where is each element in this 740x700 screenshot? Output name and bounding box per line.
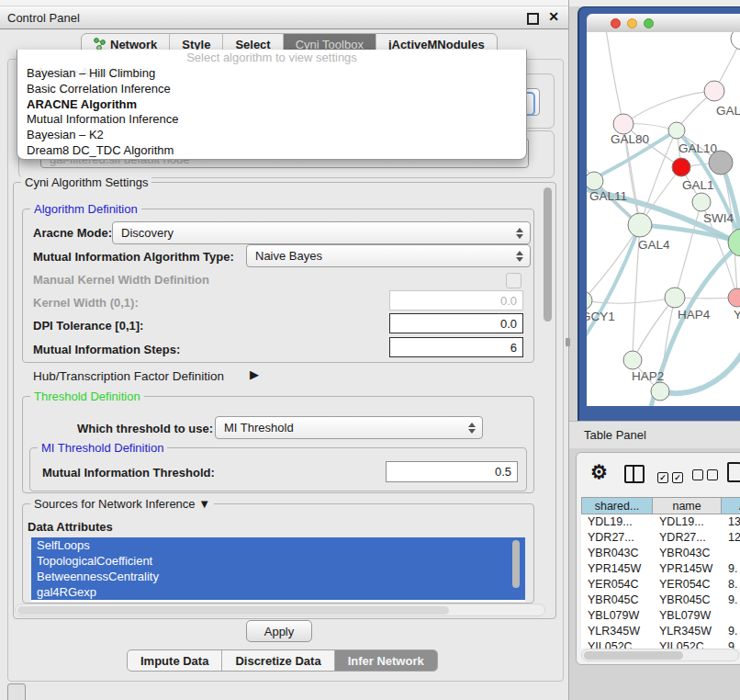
mi-type-combobox[interactable]: Naive Bayes <box>246 244 531 267</box>
network-node-gal10[interactable] <box>668 122 685 139</box>
data-attributes-list[interactable]: SelfLoopsTopologicalCoefficientBetweenne… <box>31 537 525 602</box>
dpi-tolerance-field[interactable]: 0.0 <box>389 313 523 333</box>
network-edge[interactable] <box>605 32 623 124</box>
table-settings-gear-icon[interactable]: ⚙ <box>590 461 608 483</box>
algorithm-option-dream8-dc-tdc-algorithm[interactable]: Dream8 DC_TDC Algorithm <box>17 143 526 159</box>
network-node-gal[interactable] <box>704 81 724 101</box>
network-node-swi4[interactable] <box>692 193 711 211</box>
close-traffic-light-icon[interactable] <box>611 18 621 28</box>
table-cell[interactable]: YDR27... <box>653 530 722 546</box>
table-cell[interactable]: YER054C <box>581 577 653 593</box>
network-window-titlebar[interactable] <box>587 14 740 33</box>
table-cell[interactable]: YBR045C <box>653 593 722 608</box>
network-node-gal4[interactable] <box>628 213 652 237</box>
mi-threshold-field[interactable]: 0.5 <box>386 461 518 482</box>
network-node-gal11[interactable] <box>587 172 603 190</box>
table-row[interactable]: YLR345WYLR345W9. <box>581 624 740 639</box>
table-cell[interactable]: YBR045C <box>581 593 653 608</box>
which-threshold-combobox[interactable]: MI Threshold <box>215 416 483 439</box>
table-cell[interactable]: 9. <box>722 593 740 608</box>
table-row[interactable]: YBR043CYBR043C <box>581 546 740 561</box>
table-row[interactable]: YBL079WYBL079W <box>581 608 740 624</box>
network-node-y[interactable] <box>728 288 740 307</box>
table-cell[interactable]: 9. <box>722 624 740 639</box>
table-horizontal-scrollbar[interactable] <box>581 649 739 661</box>
column-header-shared[interactable]: shared... <box>581 497 653 514</box>
manual-kernel-checkbox[interactable] <box>506 273 521 288</box>
network-node[interactable] <box>651 382 669 401</box>
table-cell[interactable]: YDL19... <box>581 514 653 530</box>
kernel-width-field[interactable]: 0.0 <box>389 290 523 310</box>
restore-icon[interactable] <box>527 13 539 25</box>
table-row[interactable]: YBR045CYBR045C9. <box>581 593 740 608</box>
table-cell[interactable]: YIL052C <box>653 639 722 649</box>
network-edge[interactable] <box>587 225 640 344</box>
network-edge[interactable] <box>587 298 675 303</box>
hub-expand-arrow-icon[interactable]: ▶ <box>250 367 259 381</box>
table-row[interactable]: YDL19...YDL19...13 <box>581 514 740 530</box>
table-row[interactable]: YER054CYER054C8. <box>581 577 740 593</box>
network-edge[interactable] <box>651 243 740 406</box>
minimize-traffic-light-icon[interactable] <box>627 18 637 28</box>
algorithm-option-mutual-information-inference[interactable]: Mutual Information Inference <box>17 112 526 128</box>
table-cell[interactable]: YER054C <box>653 577 722 593</box>
network-node-hap2[interactable] <box>623 351 642 369</box>
deselect-all-checkboxes-icon[interactable] <box>692 468 722 484</box>
table-cell[interactable]: 12 <box>722 530 740 546</box>
table-cell[interactable] <box>722 608 740 624</box>
table-columns-icon[interactable] <box>624 465 645 483</box>
column-header-a[interactable]: A <box>722 497 740 514</box>
table-row[interactable]: YPR145WYPR145W9. <box>581 561 740 577</box>
table-cell[interactable]: YLR345W <box>653 624 722 639</box>
table-row[interactable]: YDR27...YDR27...12 <box>581 530 740 546</box>
network-edge[interactable] <box>623 91 714 124</box>
attribute-betweennesscentrality[interactable]: BetweennessCentrality <box>31 569 525 584</box>
network-node-hap4[interactable] <box>665 288 685 308</box>
network-canvas[interactable]: GALGAL80GAL10GAL1GAL11SWI4GAL4GCY1HAP4YH… <box>587 32 740 406</box>
table-cell[interactable]: YBL079W <box>581 608 653 624</box>
aracne-mode-combobox[interactable]: Discovery <box>112 221 531 244</box>
table-cell[interactable]: YBL079W <box>653 608 722 624</box>
control-panel-titlebar[interactable]: Control Panel ✕ <box>0 6 568 29</box>
collapsed-panel-button[interactable] <box>7 683 26 700</box>
network-node[interactable] <box>709 151 733 175</box>
table-cell[interactable] <box>722 546 740 561</box>
apply-button[interactable]: Apply <box>246 620 312 642</box>
algorithm-option-aracne-algorithm[interactable]: ARACNE Algorithm <box>17 97 526 113</box>
table-cell[interactable]: YDL19... <box>653 514 722 530</box>
attributes-list-scrollbar[interactable] <box>512 540 520 588</box>
table-cell[interactable]: 8. <box>722 577 740 593</box>
network-node-gal80[interactable] <box>613 114 633 134</box>
file-icon[interactable] <box>727 462 740 482</box>
table-cell[interactable]: YPR145W <box>581 561 653 577</box>
settings-vertical-scrollbar[interactable] <box>544 187 552 322</box>
table-cell[interactable]: YIL052C <box>581 639 653 649</box>
table-cell[interactable]: 13 <box>722 514 740 530</box>
table-cell[interactable]: YBR043C <box>653 546 722 561</box>
network-node-gcy1[interactable] <box>587 291 592 310</box>
close-icon[interactable]: ✕ <box>548 9 559 24</box>
algorithm-option-bayesian-k2[interactable]: Bayesian – K2 <box>17 128 526 143</box>
column-header-name[interactable]: name <box>653 497 722 514</box>
network-graph[interactable]: GALGAL80GAL10GAL1GAL11SWI4GAL4GCY1HAP4YH… <box>587 32 740 406</box>
table-cell[interactable]: YLR345W <box>581 624 653 639</box>
table-panel-titlebar[interactable]: Table Panel <box>569 421 740 448</box>
network-node[interactable] <box>731 32 740 50</box>
attribute-selfloops[interactable]: SelfLoops <box>31 537 525 553</box>
table-cell[interactable]: YBR043C <box>581 546 653 561</box>
sources-collapse-arrow-icon[interactable]: ▼ <box>198 497 210 511</box>
split-divider-handle[interactable] <box>566 338 570 346</box>
bottom-tab-infer-network[interactable]: Infer Network <box>335 650 437 671</box>
zoom-traffic-light-icon[interactable] <box>644 18 654 28</box>
table-cell[interactable]: 9. <box>722 639 740 649</box>
table-cell[interactable]: YDR27... <box>581 530 653 546</box>
network-edge[interactable] <box>660 354 740 393</box>
network-node-gal1[interactable] <box>672 158 690 176</box>
attribute-gal4rgexp[interactable]: gal4RGexp <box>31 584 525 600</box>
mi-steps-field[interactable]: 6 <box>389 337 523 357</box>
algorithm-option-basic-correlation-inference[interactable]: Basic Correlation Inference <box>17 82 526 97</box>
table-cell[interactable]: 9. <box>722 561 740 577</box>
settings-horizontal-scrollbar[interactable] <box>15 604 545 616</box>
bottom-tab-discretize-data[interactable]: Discretize Data <box>222 650 334 671</box>
table-row[interactable]: YIL052CYIL052C9. <box>581 639 740 649</box>
